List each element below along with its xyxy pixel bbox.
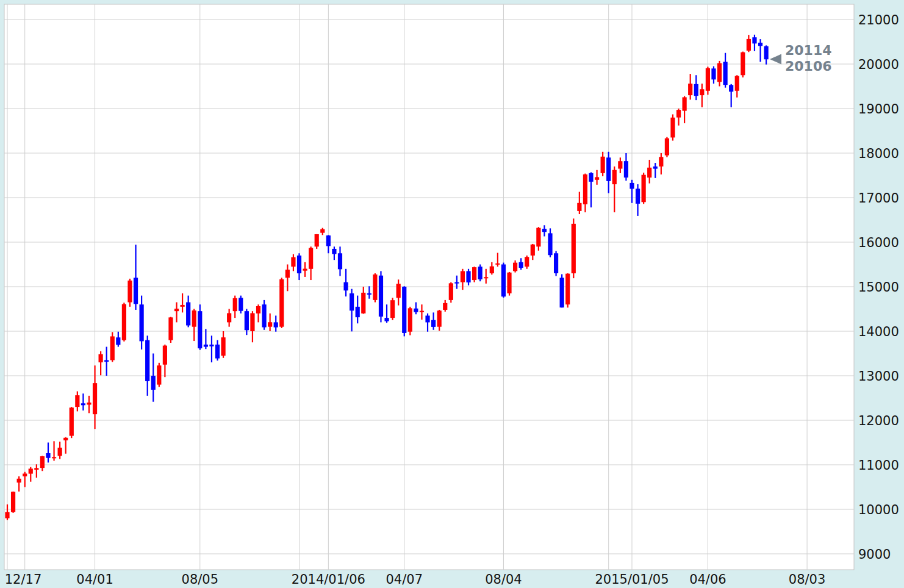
x-axis-label: 08/04 [485, 572, 522, 587]
candle [408, 307, 412, 335]
y-axis-label: 13000 [858, 369, 899, 384]
price-callout-label-high: 20114 [785, 43, 832, 58]
candle [198, 304, 202, 350]
candle [507, 272, 511, 296]
candle [572, 218, 576, 278]
x-axis-label: 04/07 [386, 572, 423, 587]
x-axis-label: 2015/01/05 [595, 572, 669, 587]
y-axis-label: 9000 [858, 547, 891, 562]
candlestick-chart: 2100020000190001800017000160001500014000… [0, 0, 904, 588]
candle [741, 52, 745, 77]
candle [449, 282, 453, 303]
candle [554, 251, 558, 276]
candle [390, 298, 395, 320]
x-axis-label: 08/03 [789, 572, 826, 587]
candle [665, 137, 669, 157]
candle [642, 173, 646, 204]
x-axis-label: 04/06 [689, 572, 726, 587]
x-axis-label: 04/01 [76, 572, 113, 587]
candle [239, 296, 243, 314]
y-axis-label: 10000 [858, 503, 899, 517]
candle [262, 300, 266, 330]
candle [472, 267, 476, 282]
candle [70, 407, 74, 438]
price-callout-label-last: 20106 [785, 59, 832, 74]
candle [706, 66, 710, 95]
candle [279, 278, 284, 328]
y-axis-label: 14000 [858, 324, 899, 339]
y-axis-label: 17000 [858, 191, 899, 206]
candle [168, 317, 173, 343]
x-axis-label: 2014/01/06 [292, 572, 365, 587]
x-axis-label: 08/05 [182, 572, 219, 587]
candle [565, 273, 570, 307]
y-axis-label: 12000 [858, 414, 899, 428]
y-axis-label: 16000 [858, 235, 899, 250]
y-axis-label: 18000 [858, 146, 899, 161]
candle [110, 332, 115, 362]
candle [122, 303, 126, 342]
candle [379, 271, 383, 322]
candle [501, 263, 506, 298]
y-axis-label: 19000 [858, 102, 899, 117]
y-axis-label: 15000 [858, 280, 899, 295]
y-axis-label: 20000 [858, 57, 899, 72]
y-axis-label: 11000 [858, 458, 899, 473]
candle [670, 114, 675, 140]
candle [157, 363, 161, 387]
candle [478, 265, 482, 282]
y-axis-label: 21000 [858, 13, 899, 27]
candle [373, 273, 377, 302]
candle [402, 286, 406, 336]
candle [560, 274, 564, 308]
x-axis-label: 12/17 [5, 572, 42, 587]
candle [11, 492, 15, 513]
